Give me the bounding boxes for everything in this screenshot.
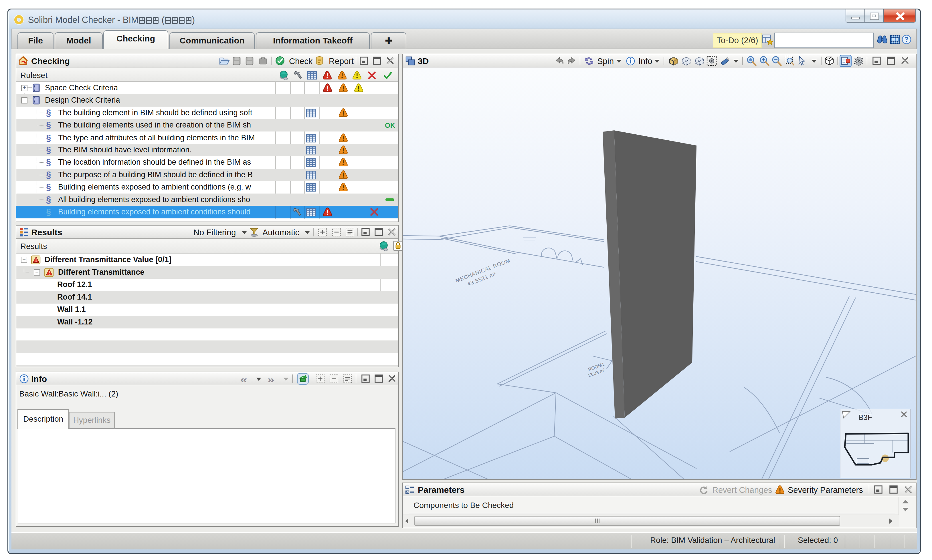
svg-text:B3F: B3F: [858, 413, 872, 422]
